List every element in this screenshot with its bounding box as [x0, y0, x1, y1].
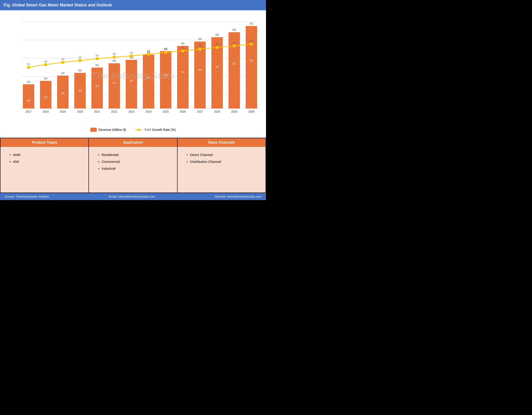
product-type-ami: AMI — [9, 158, 84, 165]
year-2025: 2025 — [163, 110, 169, 113]
line-dot-2017 — [27, 66, 30, 69]
bar-bottom-label-2017: XX — [27, 99, 30, 102]
year-2018: 2018 — [43, 110, 49, 113]
bar-top-label-2022: XX — [113, 59, 116, 63]
year-2023: 2023 — [128, 110, 135, 113]
line-label-2020: XX — [78, 56, 82, 59]
bar-bottom-label-2022: XX — [113, 81, 116, 84]
watermark-text: The Industry Stats — [91, 70, 175, 81]
sales-channels-card: Sales Channels Direct Channel Distributi… — [178, 138, 266, 193]
year-2028: 2028 — [214, 110, 220, 113]
bar-top-label-2029: XX — [232, 28, 236, 31]
product-types-title: Product Types — [32, 140, 57, 144]
footer-website: Website: www.theindustrystats.com — [215, 195, 261, 198]
bar-2017 — [23, 84, 34, 109]
line-dot-2022 — [113, 55, 116, 59]
line-label-2029: XX — [233, 41, 236, 44]
chart-svg: XX XX 2017 XX XX 2018 XX XX 2019 XX XX 2… — [7, 15, 259, 124]
bar-top-label-2020: XX — [78, 69, 82, 72]
legend-growth-label: Y-oY Growth Rate (%) — [144, 128, 176, 131]
bar-bottom-label-2020: XX — [78, 89, 82, 92]
year-2026: 2026 — [180, 110, 186, 113]
bar-bottom-label-2019: XX — [61, 92, 65, 95]
bar-2026 — [177, 46, 189, 109]
bar-top-label-2028: XX — [215, 33, 219, 37]
bar-bottom-label-2029: XX — [232, 62, 236, 65]
bar-bottom-label-2028: XX — [215, 65, 219, 69]
year-2022: 2022 — [111, 110, 117, 113]
application-residential: Residential — [97, 151, 172, 158]
year-2029: 2029 — [231, 110, 238, 113]
sales-channels-header: Sales Channels — [178, 138, 266, 147]
line-dot-2023 — [130, 54, 133, 57]
application-body: Residential Commercial Industrial — [89, 147, 177, 193]
bar-2018 — [40, 81, 51, 109]
bar-top-label-2030: XX — [249, 22, 253, 25]
legend-revenue-label: Revenue (Million $) — [98, 128, 126, 131]
chart-header: Fig. Global Smart Gas Meter Market Statu… — [0, 0, 266, 10]
year-2017: 2017 — [26, 110, 32, 113]
line-label-2023: XX — [130, 51, 133, 54]
line-dot-2027 — [198, 47, 201, 51]
line-dot-2030 — [250, 43, 253, 46]
bottom-sections: Product Types AMR AMI Application — [0, 138, 266, 193]
year-2019: 2019 — [60, 110, 66, 113]
line-dot-2021 — [95, 57, 99, 60]
line-label-2018: XX — [44, 60, 48, 63]
bar-bottom-label-2030: XX — [249, 59, 253, 62]
bar-bottom-label-2027: XX — [198, 68, 202, 72]
line-dot-2018 — [44, 63, 47, 66]
legend-growth: Y-oY Growth Rate (%) — [135, 128, 176, 131]
legend-revenue-box — [90, 128, 97, 132]
sales-channels-list: Direct Channel Distribution Channel — [182, 151, 261, 165]
bar-2027 — [194, 42, 206, 109]
bar-top-label-2019: XX — [61, 72, 65, 75]
line-label-2019: XX — [61, 58, 65, 61]
chart-svg-wrapper: XX XX 2017 XX XX 2018 XX XX 2019 XX XX 2… — [7, 15, 259, 125]
line-label-2021: XX — [95, 54, 99, 57]
product-types-header: Product Types — [0, 138, 88, 147]
line-dot-2020 — [78, 59, 82, 62]
line-label-2030: XX — [250, 39, 253, 42]
application-title: Application — [123, 140, 143, 144]
bar-2030 — [246, 26, 257, 109]
year-2030: 2030 — [248, 110, 255, 113]
application-card: Application Residential Commercial Indus… — [89, 138, 177, 193]
sales-channels-body: Direct Channel Distribution Channel — [178, 147, 266, 193]
watermark-subtext: m a r k e t r e s e a r c h — [87, 84, 179, 89]
footer-source: Source: Theindustrystats Analysis — [5, 195, 49, 198]
line-dot-2019 — [61, 61, 65, 64]
year-2021: 2021 — [94, 110, 100, 113]
line-label-2025: XX — [164, 48, 168, 51]
line-dot-2026 — [181, 49, 184, 53]
application-header: Application — [89, 138, 177, 147]
bar-top-label-2017: XX — [27, 80, 30, 83]
line-label-2027: XX — [198, 45, 202, 47]
bar-bottom-label-2018: XX — [44, 96, 48, 99]
footer: Source: Theindustrystats Analysis Email:… — [0, 193, 266, 200]
bar-top-label-2027: XX — [198, 38, 202, 41]
bar-top-label-2018: XX — [44, 77, 48, 80]
main-container: Fig. Global Smart Gas Meter Market Statu… — [0, 0, 266, 200]
line-dot-2028 — [216, 46, 219, 49]
legend-growth-line — [135, 129, 142, 130]
year-2020: 2020 — [77, 110, 83, 113]
chart-legend: Revenue (Million $) Y-oY Growth Rate (%) — [7, 125, 259, 135]
line-label-2022: XX — [113, 53, 116, 55]
application-list: Residential Commercial Industrial — [94, 151, 172, 172]
line-dot-2025 — [164, 51, 167, 54]
line-dot-2024 — [147, 53, 150, 56]
chart-title: Fig. Global Smart Gas Meter Market Statu… — [4, 3, 112, 7]
product-types-card: Product Types AMR AMI — [0, 138, 88, 193]
chart-area: XX XX 2017 XX XX 2018 XX XX 2019 XX XX 2… — [0, 10, 266, 138]
product-types-list: AMR AMI — [5, 151, 84, 165]
sales-direct-channel: Direct Channel — [186, 151, 261, 158]
legend-revenue: Revenue (Million $) — [90, 128, 126, 132]
bar-top-label-2021: XX — [95, 64, 99, 67]
bar-bottom-label-2026: XX — [181, 71, 185, 74]
product-types-body: AMR AMI — [0, 147, 88, 193]
year-2027: 2027 — [197, 110, 203, 113]
line-label-2026: XX — [181, 46, 185, 49]
line-label-2028: XX — [216, 43, 219, 46]
application-commercial: Commercial — [97, 158, 172, 165]
